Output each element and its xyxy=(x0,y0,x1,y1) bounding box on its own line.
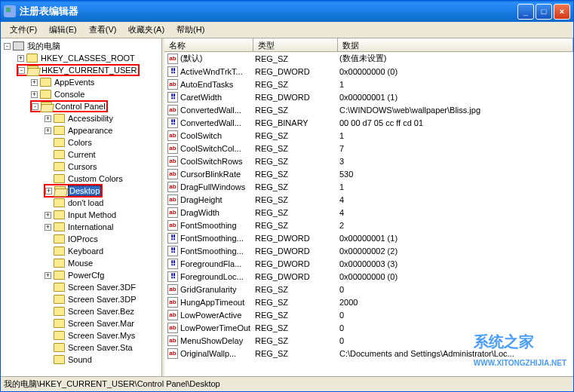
tree-node[interactable]: +PowerCfg xyxy=(2,269,160,281)
tree-pane[interactable]: -我的电脑+HKEY_CLASSES_ROOT-HKEY_CURRENT_USE… xyxy=(1,38,162,376)
menu-view[interactable]: 查看(V) xyxy=(83,23,123,37)
tree-node[interactable]: -Control Panel xyxy=(2,100,160,112)
tree-node[interactable]: Screen Saver.3DP xyxy=(2,293,160,305)
value-name: FontSmoothing... xyxy=(180,247,244,256)
folder-icon xyxy=(54,283,65,292)
registry-value-row[interactable]: DragWidthREG_SZ4 xyxy=(164,206,573,219)
expand-icon[interactable]: + xyxy=(17,55,24,62)
tree-node[interactable]: Current xyxy=(2,149,160,161)
tree-node[interactable]: Colors xyxy=(2,136,160,149)
tree-node[interactable]: -HKEY_CURRENT_USER xyxy=(2,64,160,76)
registry-value-row[interactable]: DragHeightREG_SZ4 xyxy=(164,193,573,206)
tree-node[interactable]: Cursors xyxy=(2,161,160,173)
expand-icon[interactable]: - xyxy=(32,103,38,110)
registry-value-row[interactable]: CoolSwitchREG_SZ1 xyxy=(164,129,573,142)
registry-value-row[interactable]: ActiveWndTrkT...REG_DWORD0x00000000 (0) xyxy=(164,65,573,78)
value-name-cell: ForegroundFla... xyxy=(164,259,253,269)
value-data-cell: (数值未设置) xyxy=(338,53,573,64)
folder-icon xyxy=(54,138,65,147)
registry-value-row[interactable]: AutoEndTasksREG_SZ1 xyxy=(164,78,573,90)
expand-icon[interactable]: + xyxy=(45,272,51,279)
registry-value-row[interactable]: (默认)REG_SZ(数值未设置) xyxy=(164,52,573,65)
registry-value-row[interactable]: ForegroundLoc...REG_DWORD0x00000000 (0) xyxy=(164,270,573,283)
titlebar[interactable]: 注册表编辑器 _ □ × xyxy=(1,1,573,22)
string-icon xyxy=(167,194,178,205)
tree-node[interactable]: Screen Saver.Mys xyxy=(2,329,160,341)
tree-label: Control Panel xyxy=(54,102,106,111)
registry-value-row[interactable]: OriginalWallp...REG_SZC:\Documents and S… xyxy=(164,347,573,360)
value-name: ForegroundFla... xyxy=(180,259,241,268)
tree-node[interactable]: Screen Saver.Mar xyxy=(2,317,160,329)
tree-node[interactable]: +AppEvents xyxy=(2,76,160,88)
registry-value-row[interactable]: FontSmoothing...REG_DWORD0x00000002 (2) xyxy=(164,244,573,257)
value-name: ConvertedWall... xyxy=(180,118,241,127)
registry-value-row[interactable]: HungAppTimeoutREG_SZ2000 xyxy=(164,296,573,308)
expand-icon[interactable]: + xyxy=(45,224,51,231)
tree-node[interactable]: +Input Method xyxy=(2,209,160,221)
registry-value-row[interactable]: FontSmoothing...REG_DWORD0x00000001 (1) xyxy=(164,231,573,244)
maximize-button[interactable]: □ xyxy=(536,4,552,20)
registry-value-row[interactable]: GridGranularityREG_SZ0 xyxy=(164,283,573,296)
tree-node[interactable]: Sound xyxy=(2,354,160,366)
regedit-window: 注册表编辑器 _ □ × 文件(F) 编辑(E) 查看(V) 收藏夹(A) 帮助… xyxy=(0,0,574,392)
string-icon xyxy=(167,54,178,64)
registry-value-row[interactable]: DragFullWindowsREG_SZ1 xyxy=(164,180,573,193)
tree-node[interactable]: Screen Saver.Sta xyxy=(2,341,160,354)
value-name: CaretWidth xyxy=(180,93,222,102)
menu-favorites[interactable]: 收藏夹(A) xyxy=(122,23,170,37)
menu-file[interactable]: 文件(F) xyxy=(4,23,43,37)
expand-icon[interactable]: - xyxy=(4,43,11,50)
folder-icon xyxy=(54,259,65,268)
menu-help[interactable]: 帮助(H) xyxy=(170,23,210,37)
folder-icon xyxy=(54,355,65,364)
column-data[interactable]: 数据 xyxy=(338,38,573,51)
tree-node[interactable]: Screen Saver.3DF xyxy=(2,281,160,293)
column-type[interactable]: 类型 xyxy=(253,38,338,51)
expand-icon[interactable]: + xyxy=(31,91,38,98)
minimize-button[interactable]: _ xyxy=(517,4,534,20)
registry-value-row[interactable]: FontSmoothingREG_SZ2 xyxy=(164,219,573,231)
tree-node[interactable]: +Accessibility xyxy=(2,112,160,124)
list-body[interactable]: (默认)REG_SZ(数值未设置)ActiveWndTrkT...REG_DWO… xyxy=(164,52,573,376)
tree-node[interactable]: +International xyxy=(2,221,160,233)
value-name-cell: OriginalWallp... xyxy=(164,348,253,359)
value-name-cell: ForegroundLoc... xyxy=(164,271,253,282)
tree-node[interactable]: Keyboard xyxy=(2,245,160,257)
expand-icon[interactable]: + xyxy=(31,79,38,86)
value-name: DragFullWindows xyxy=(180,182,245,191)
value-name-cell: LowPowerTimeOut xyxy=(164,323,253,333)
tree-node[interactable]: don't load xyxy=(2,197,160,209)
tree-node[interactable]: +Console xyxy=(2,88,160,100)
registry-value-row[interactable]: CoolSwitchRowsREG_SZ3 xyxy=(164,155,573,167)
tree-node[interactable]: Custom Colors xyxy=(2,173,160,185)
registry-value-row[interactable]: ConvertedWall...REG_BINARY00 00 d7 05 cc… xyxy=(164,116,573,129)
registry-value-row[interactable]: LowPowerTimeOutREG_SZ0 xyxy=(164,321,573,334)
expand-icon[interactable]: + xyxy=(45,127,51,134)
expand-icon[interactable]: + xyxy=(45,212,51,219)
registry-value-row[interactable]: ForegroundFla...REG_DWORD0x00000003 (3) xyxy=(164,257,573,270)
expand-icon[interactable]: - xyxy=(18,67,25,74)
tree-label: Screen Saver.Bez xyxy=(67,307,135,316)
registry-value-row[interactable]: MenuShowDelayREG_SZ0 xyxy=(164,334,573,347)
expand-icon[interactable]: + xyxy=(45,115,51,122)
tree-label: Keyboard xyxy=(67,247,104,256)
registry-value-row[interactable]: CoolSwitchCol...REG_SZ7 xyxy=(164,142,573,155)
registry-value-row[interactable]: CaretWidthREG_DWORD0x00000001 (1) xyxy=(164,90,573,103)
tree-root[interactable]: -我的电脑 xyxy=(2,40,160,52)
registry-value-row[interactable]: LowPowerActiveREG_SZ0 xyxy=(164,308,573,321)
value-name: LowPowerActive xyxy=(180,311,241,320)
tree-node[interactable]: +Desktop xyxy=(2,185,160,197)
tree-node[interactable]: +Appearance xyxy=(2,124,160,136)
close-button[interactable]: × xyxy=(554,4,570,20)
menu-edit[interactable]: 编辑(E) xyxy=(43,23,83,37)
expand-icon[interactable]: + xyxy=(45,188,52,194)
column-name[interactable]: 名称 xyxy=(164,38,253,51)
registry-value-row[interactable]: ConvertedWall...REG_SZC:\WINDOWS\web\wal… xyxy=(164,103,573,116)
tree-node[interactable]: Screen Saver.Bez xyxy=(2,305,160,317)
folder-icon xyxy=(54,331,65,340)
tree-node[interactable]: Mouse xyxy=(2,257,160,269)
tree-node[interactable]: +HKEY_CLASSES_ROOT xyxy=(2,52,160,64)
tree-label: AppEvents xyxy=(54,78,95,87)
tree-node[interactable]: IOProcs xyxy=(2,233,160,245)
registry-value-row[interactable]: CursorBlinkRateREG_SZ530 xyxy=(164,167,573,180)
